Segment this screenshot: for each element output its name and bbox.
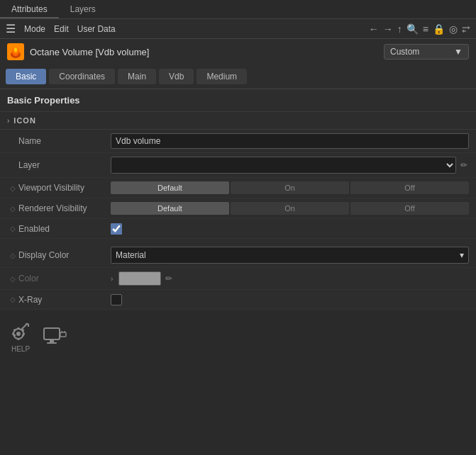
name-label: Name — [18, 136, 111, 146]
svg-rect-7 — [18, 338, 20, 340]
color-row: ◇ Color › ✏ — [0, 268, 476, 290]
display-color-diamond: ◇ — [7, 252, 18, 259]
svg-rect-18 — [50, 339, 54, 342]
icon-section-label: ICON — [13, 116, 36, 125]
color-edit-button[interactable]: ✏ — [164, 272, 174, 285]
renderer-off-button[interactable]: Off — [350, 202, 469, 215]
menu-mode[interactable]: Mode — [24, 24, 45, 34]
preset-dropdown-arrow: ▼ — [454, 47, 463, 57]
help-icon-container[interactable]: HELP — [7, 318, 34, 353]
expand-icon[interactable]: ⥂ — [462, 23, 470, 35]
back-icon[interactable]: ← — [369, 23, 379, 35]
preset-dropdown[interactable]: Custom ▼ — [384, 44, 469, 60]
icon-section-chevron: › — [7, 117, 9, 125]
target-icon[interactable]: ◎ — [449, 23, 458, 35]
xray-diamond-icon: ◇ — [10, 296, 16, 303]
viewport-on-button[interactable]: On — [231, 181, 349, 194]
menu-bar: ☰ Mode Edit User Data ← → ↑ 🔍 ≡ 🔒 ◎ ⥂ — [0, 19, 476, 39]
xray-checkbox[interactable] — [111, 294, 122, 305]
enabled-checkbox[interactable] — [111, 223, 122, 235]
viewport-visibility-row: ◇ Viewport Visibility Default On Off — [0, 178, 476, 198]
display-color-arrow: ▾ — [460, 250, 464, 260]
enabled-label: Enabled — [18, 224, 111, 234]
renderer-diamond-icon: ◇ — [10, 205, 16, 213]
tab-basic[interactable]: Basic — [6, 69, 46, 84]
tab-coordinates[interactable]: Coordinates — [49, 69, 115, 84]
svg-rect-6 — [18, 327, 20, 330]
color-swatch[interactable] — [118, 271, 161, 286]
display-color-value: Material ▾ — [111, 247, 469, 264]
pencil-icon: ✏ — [460, 160, 467, 170]
display-color-option: Material — [116, 250, 146, 260]
layer-edit-button[interactable]: ✏ — [459, 159, 469, 172]
section-title: Basic Properties — [0, 89, 476, 112]
lock-icon[interactable]: 🔒 — [433, 23, 445, 35]
tab-medium[interactable]: Medium — [197, 69, 247, 84]
name-row: Name — [0, 130, 476, 153]
tab-attributes[interactable]: Attributes — [0, 1, 59, 18]
volume-icon-svg — [9, 45, 23, 59]
viewport-diamond: ◇ — [7, 184, 18, 192]
title-row: Octane Volume [Vdb volume] Custom ▼ — [0, 39, 476, 64]
renderer-on-button[interactable]: On — [231, 202, 349, 215]
xray-diamond: ◇ — [7, 296, 18, 303]
top-tab-bar: Attributes Layers — [0, 0, 476, 19]
name-value — [111, 133, 469, 149]
renderer-visibility-row: ◇ Renderer Visibility Default On Off — [0, 198, 476, 219]
menu-edit[interactable]: Edit — [54, 24, 69, 34]
up-icon[interactable]: ↑ — [397, 23, 402, 35]
hamburger-icon[interactable]: ☰ — [6, 22, 16, 35]
tab-vdb[interactable]: Vdb — [159, 69, 194, 84]
enabled-diamond-icon: ◇ — [10, 225, 16, 232]
help-text: HELP — [11, 345, 30, 353]
viewport-default-button[interactable]: Default — [111, 181, 229, 194]
toolbar-right: ← → ↑ 🔍 ≡ 🔒 ◎ ⥂ — [369, 23, 470, 35]
enabled-row: ◇ Enabled — [0, 219, 476, 239]
svg-line-14 — [21, 324, 27, 330]
renderer-default-button[interactable]: Default — [111, 202, 229, 215]
layer-select[interactable] — [111, 157, 456, 174]
svg-point-5 — [16, 332, 21, 336]
name-input[interactable] — [111, 133, 469, 149]
svg-rect-20 — [60, 332, 66, 337]
enabled-diamond: ◇ — [7, 225, 18, 232]
icon-section-header[interactable]: › ICON — [0, 112, 476, 130]
layer-row: Layer ✏ — [0, 153, 476, 178]
plugin-icon[interactable] — [41, 322, 68, 349]
enabled-value — [111, 223, 469, 235]
help-area: HELP — [0, 313, 476, 359]
layer-label: Layer — [18, 160, 111, 170]
layer-value: ✏ — [111, 157, 469, 174]
properties-area: › ICON Name Layer ✏ ◇ Viewport Visibilit… — [0, 112, 476, 310]
object-title: Octane Volume [Vdb volume] — [30, 47, 149, 57]
renderer-label: Renderer Visibility — [18, 203, 111, 213]
color-chevron-icon: › — [111, 275, 113, 283]
color-label: Color — [18, 274, 111, 283]
search-icon[interactable]: 🔍 — [406, 23, 419, 35]
object-icon — [7, 43, 24, 60]
svg-point-3 — [14, 48, 17, 52]
renderer-buttons: Default On Off — [111, 202, 469, 215]
preset-label: Custom — [390, 47, 419, 57]
viewport-off-button[interactable]: Off — [350, 181, 469, 194]
help-icon — [7, 318, 34, 345]
color-pencil-icon: ✏ — [165, 274, 172, 283]
color-value: › ✏ — [111, 271, 469, 286]
display-color-diamond-icon: ◇ — [10, 252, 16, 259]
forward-icon[interactable]: → — [383, 23, 393, 35]
tab-layers[interactable]: Layers — [59, 1, 107, 18]
xray-label: X-Ray — [18, 295, 111, 305]
color-diamond-icon: ◇ — [10, 275, 16, 283]
viewport-label: Viewport Visibility — [18, 183, 111, 193]
viewport-diamond-icon: ◇ — [10, 184, 16, 192]
display-color-dropdown[interactable]: Material ▾ — [111, 247, 469, 264]
display-color-row: ◇ Display Color Material ▾ — [0, 243, 476, 268]
viewport-buttons: Default On Off — [111, 181, 469, 194]
menu-userdata[interactable]: User Data — [77, 24, 116, 34]
svg-rect-17 — [44, 328, 60, 339]
property-tabs: Basic Coordinates Main Vdb Medium — [0, 64, 476, 89]
filter-icon[interactable]: ≡ — [423, 23, 428, 35]
xray-value — [111, 294, 469, 305]
tab-main[interactable]: Main — [118, 69, 156, 84]
xray-row: ◇ X-Ray — [0, 290, 476, 310]
